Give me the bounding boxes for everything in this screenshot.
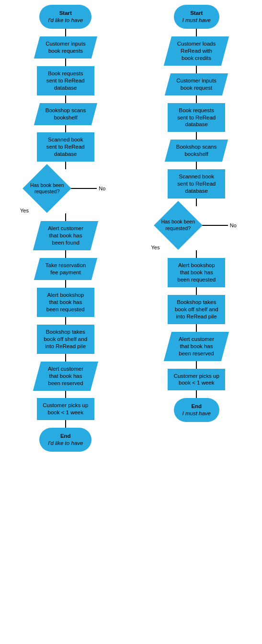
connector [196, 287, 197, 295]
connector [65, 213, 66, 221]
reservation-fee-node: Take reservation fee payment [34, 258, 97, 280]
no-branch-left: No [70, 186, 105, 191]
bookshop-takes-node-right: Bookshop takes book off shelf and into R… [168, 295, 225, 324]
connector [196, 250, 197, 258]
alert-bookshop-node-left: Alert bookshop that book has been reques… [37, 288, 94, 317]
bookshop-scan-node-left: Bookshop scans bookshelf [34, 103, 97, 125]
customer-inputs-node-left: Customer inputs book requests [34, 36, 97, 59]
alert-customer-node-left: Alert customer that book has been found [33, 221, 98, 250]
yes-label-right: Yes [151, 245, 160, 250]
connector [196, 390, 197, 398]
connector [65, 390, 66, 398]
connector [65, 280, 66, 288]
pickup-node-right: Customer picks up book < 1 week [168, 369, 225, 391]
connector [196, 132, 197, 140]
diamond-wrap-right: Has book been requested? No [157, 206, 237, 245]
pickup-node-left: Customer picks up book < 1 week [37, 398, 94, 420]
book-req-node-right: Book requests sent to ReRead database [168, 103, 225, 132]
bookshop-takes-node-left: Bookshop takes book off shelf and into R… [37, 325, 94, 354]
alert-reserved-node-left: Alert customer that book has been reserv… [33, 362, 98, 391]
flow-col-left: StartI'd like to have Customer inputs bo… [0, 5, 131, 452]
diamond-wrap-left: Has book been requested? No [25, 169, 105, 208]
connector [65, 29, 66, 36]
diagram-container: StartI'd like to have Customer inputs bo… [0, 0, 262, 457]
book-req-node-left: Book requests sent to ReRead database [37, 66, 94, 95]
start-node-right: StartI must have [174, 5, 219, 29]
connector [196, 361, 197, 369]
load-credits-node: Customer loads ReRead with book credits [164, 36, 229, 66]
end-node-left: EndI'd like to have [39, 428, 91, 452]
connector [196, 95, 197, 103]
diamond-node-right: Has book been requested? [157, 206, 200, 245]
scanned-node-right: Scanned book sent to ReRead database [168, 169, 225, 199]
connector [196, 324, 197, 332]
start-node-left: StartI'd like to have [39, 5, 91, 29]
connector [196, 66, 197, 73]
bookshop-scan-node-right: Bookshop scans bookshelf [165, 140, 228, 162]
connector [65, 420, 66, 428]
alert-bookshop-node-right: Alert bookshop that book has been reques… [168, 258, 225, 287]
connector [65, 250, 66, 258]
customer-inputs-node-right: Customer inputs book request [165, 73, 228, 95]
connector [65, 59, 66, 66]
scanned-node-left: Scanned book sent to ReRead database [37, 132, 94, 162]
connector [65, 125, 66, 132]
connector [196, 29, 197, 36]
no-branch-right: No [202, 222, 237, 228]
connector [65, 354, 66, 362]
flow-col-right: StartI must have Customer loads ReRead w… [131, 5, 262, 452]
connector [196, 199, 197, 206]
end-node-right: EndI must have [174, 398, 219, 422]
alert-reserved-node-right: Alert customer that book has been reserv… [164, 332, 229, 361]
connector [65, 162, 66, 169]
diamond-node-left: Has book been requested? [25, 169, 68, 208]
connector [65, 95, 66, 103]
yes-label-left: Yes [20, 208, 29, 213]
connector [65, 317, 66, 325]
connector [196, 162, 197, 169]
